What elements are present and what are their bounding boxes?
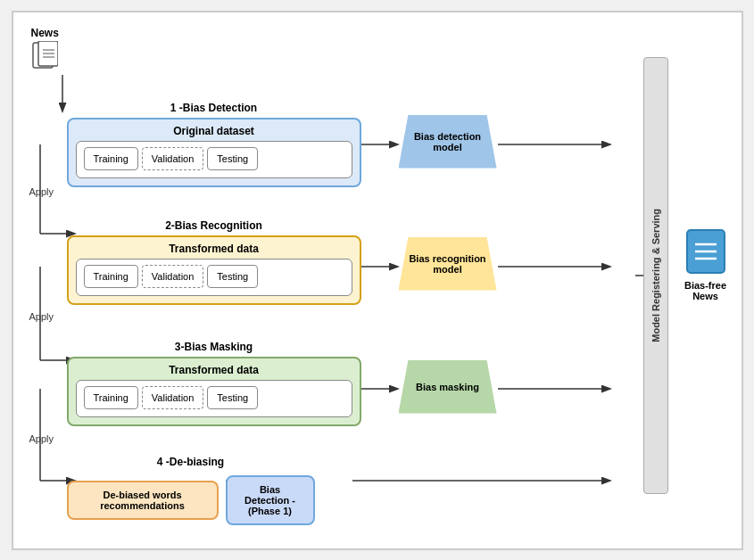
row3-model-shape: Bias masking: [399, 360, 497, 414]
apply-label-1: Apply: [29, 186, 54, 197]
row2-section-title: 2-Bias Recognition: [67, 219, 361, 232]
row1-model: Bias detectionmodel: [399, 115, 497, 169]
row2-outer-title: Transformed data: [76, 243, 352, 255]
apply-label-2: Apply: [29, 311, 54, 322]
biasfree-label: Bias-free News: [679, 280, 733, 301]
news-label: News: [31, 27, 59, 39]
phase1-box: Bias Detection -(Phase 1): [226, 475, 315, 525]
row3-testing: Testing: [207, 386, 258, 409]
row2-model: Bias recognitionmodel: [399, 237, 497, 291]
debiased-words-box: De-biased words recommendations: [67, 481, 219, 520]
row3-section-title: 3-Bias Masking: [67, 341, 361, 353]
vertical-bar: Model Registering & Serving: [643, 57, 668, 494]
row2-model-shape: Bias recognitionmodel: [399, 237, 497, 291]
vertical-bar-label: Model Registering & Serving: [650, 209, 661, 342]
row1-outer-title: Original dataset: [76, 125, 352, 137]
diagram-container: News 1 -Bias Detection Original dataset …: [12, 11, 743, 550]
row3-validation: Validation: [142, 386, 204, 409]
news-section: News: [31, 27, 59, 76]
row3-outer-box: Transformed data Training Validation Tes…: [67, 357, 361, 426]
row1-inner-box: Training Validation Testing: [76, 141, 352, 178]
row1-model-shape: Bias detectionmodel: [399, 115, 497, 169]
row2-validation: Validation: [142, 265, 204, 288]
apply-label-3: Apply: [29, 433, 54, 444]
row3-inner-box: Training Validation Testing: [76, 380, 352, 417]
row2-training: Training: [84, 265, 138, 288]
news-doc-icon: [31, 41, 58, 73]
row1-training: Training: [84, 147, 138, 170]
row3-section: 3-Bias Masking Transformed data Training…: [67, 341, 361, 426]
row1-section: 1 -Bias Detection Original dataset Train…: [67, 102, 361, 187]
row1-outer-box: Original dataset Training Validation Tes…: [67, 118, 361, 187]
row3-training: Training: [84, 386, 138, 409]
row2-inner-box: Training Validation Testing: [76, 259, 352, 296]
row2-section: 2-Bias Recognition Transformed data Trai…: [67, 219, 361, 305]
row1-validation: Validation: [142, 147, 204, 170]
row1-section-title: 1 -Bias Detection: [67, 102, 361, 114]
row2-testing: Testing: [207, 265, 258, 288]
row2-outer-box: Transformed data Training Validation Tes…: [67, 235, 361, 305]
row4-section-title: 4 -De-biasing: [67, 456, 315, 468]
row4-section: 4 -De-biasing De-biased words recommenda…: [67, 456, 315, 525]
row3-model: Bias masking: [399, 360, 497, 414]
biasfree-icon: [684, 226, 728, 276]
row3-outer-title: Transformed data: [76, 364, 352, 376]
biasfree-section: Bias-free News: [679, 226, 733, 301]
row1-testing: Testing: [207, 147, 258, 170]
